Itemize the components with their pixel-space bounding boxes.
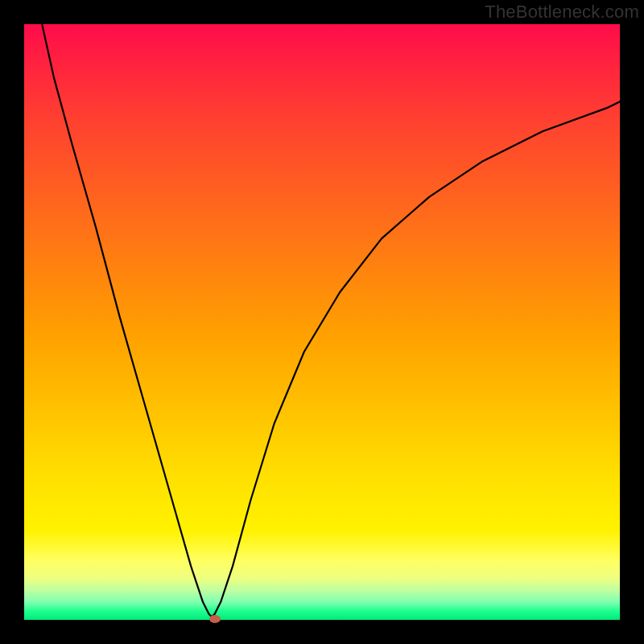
plot-area — [24, 24, 620, 620]
curve-svg — [24, 24, 620, 620]
chart-frame: TheBottleneck.com — [0, 0, 644, 644]
watermark-text: TheBottleneck.com — [485, 2, 639, 23]
bottleneck-curve — [42, 24, 620, 617]
optimum-marker — [209, 615, 221, 623]
